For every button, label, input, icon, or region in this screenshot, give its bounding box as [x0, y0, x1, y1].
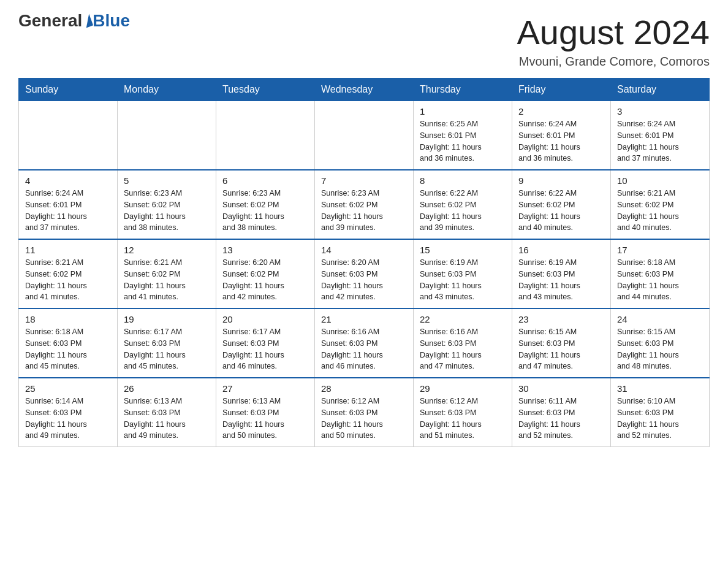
day-number: 14 [321, 245, 407, 255]
calendar-header-friday: Friday [512, 79, 611, 101]
calendar-week-2: 4Sunrise: 6:24 AMSunset: 6:01 PMDaylight… [19, 170, 710, 239]
day-number: 29 [420, 383, 506, 394]
calendar-cell: 30Sunrise: 6:11 AMSunset: 6:03 PMDayligh… [512, 378, 611, 447]
day-info: Sunrise: 6:23 AMSunset: 6:02 PMDaylight:… [222, 188, 308, 234]
day-info: Sunrise: 6:22 AMSunset: 6:02 PMDaylight:… [420, 188, 506, 234]
calendar-cell: 31Sunrise: 6:10 AMSunset: 6:03 PMDayligh… [611, 378, 710, 447]
day-number: 28 [321, 383, 407, 394]
calendar-header-saturday: Saturday [611, 79, 710, 101]
calendar-cell: 3Sunrise: 6:24 AMSunset: 6:01 PMDaylight… [611, 101, 710, 170]
day-number: 15 [420, 245, 506, 255]
day-info: Sunrise: 6:23 AMSunset: 6:02 PMDaylight:… [321, 188, 407, 234]
day-info: Sunrise: 6:20 AMSunset: 6:03 PMDaylight:… [321, 257, 407, 303]
calendar-cell: 21Sunrise: 6:16 AMSunset: 6:03 PMDayligh… [315, 308, 414, 378]
day-number: 1 [420, 106, 506, 117]
day-info: Sunrise: 6:19 AMSunset: 6:03 PMDaylight:… [518, 257, 604, 303]
day-number: 27 [222, 383, 308, 394]
day-info: Sunrise: 6:15 AMSunset: 6:03 PMDaylight:… [518, 326, 604, 372]
day-number: 2 [518, 106, 604, 117]
calendar-week-5: 25Sunrise: 6:14 AMSunset: 6:03 PMDayligh… [19, 378, 710, 447]
day-info: Sunrise: 6:16 AMSunset: 6:03 PMDaylight:… [420, 326, 506, 372]
calendar-cell: 29Sunrise: 6:12 AMSunset: 6:03 PMDayligh… [414, 378, 512, 447]
calendar-cell: 6Sunrise: 6:23 AMSunset: 6:02 PMDaylight… [216, 170, 315, 239]
day-number: 23 [518, 314, 604, 324]
day-info: Sunrise: 6:17 AMSunset: 6:03 PMDaylight:… [124, 326, 210, 372]
day-info: Sunrise: 6:10 AMSunset: 6:03 PMDaylight:… [617, 396, 703, 442]
calendar-cell: 14Sunrise: 6:20 AMSunset: 6:03 PMDayligh… [315, 239, 414, 308]
calendar-week-3: 11Sunrise: 6:21 AMSunset: 6:02 PMDayligh… [19, 239, 710, 308]
calendar-week-1: 1Sunrise: 6:25 AMSunset: 6:01 PMDaylight… [19, 101, 710, 170]
calendar-cell: 5Sunrise: 6:23 AMSunset: 6:02 PMDaylight… [118, 170, 216, 239]
calendar-cell: 20Sunrise: 6:17 AMSunset: 6:03 PMDayligh… [216, 308, 315, 378]
calendar-cell: 4Sunrise: 6:24 AMSunset: 6:01 PMDaylight… [19, 170, 118, 239]
day-info: Sunrise: 6:24 AMSunset: 6:01 PMDaylight:… [25, 188, 111, 234]
calendar-cell: 10Sunrise: 6:21 AMSunset: 6:02 PMDayligh… [611, 170, 710, 239]
day-number: 4 [25, 175, 111, 186]
calendar-cell: 19Sunrise: 6:17 AMSunset: 6:03 PMDayligh… [118, 308, 216, 378]
day-info: Sunrise: 6:25 AMSunset: 6:01 PMDaylight:… [420, 118, 506, 164]
logo: GeneralBlue [18, 12, 130, 29]
day-info: Sunrise: 6:22 AMSunset: 6:02 PMDaylight:… [518, 188, 604, 234]
calendar-cell [315, 101, 414, 170]
day-number: 18 [25, 314, 111, 324]
calendar-cell [118, 101, 216, 170]
day-number: 9 [518, 175, 604, 186]
day-number: 8 [420, 175, 506, 186]
day-info: Sunrise: 6:18 AMSunset: 6:03 PMDaylight:… [617, 257, 703, 303]
logo-general-text: General [18, 12, 82, 29]
day-number: 22 [420, 314, 506, 324]
day-info: Sunrise: 6:14 AMSunset: 6:03 PMDaylight:… [25, 396, 111, 442]
calendar-header-row: SundayMondayTuesdayWednesdayThursdayFrid… [19, 79, 710, 101]
calendar-cell [216, 101, 315, 170]
main-title: August 2024 [517, 12, 710, 52]
calendar-cell: 1Sunrise: 6:25 AMSunset: 6:01 PMDaylight… [414, 101, 512, 170]
day-info: Sunrise: 6:21 AMSunset: 6:02 PMDaylight:… [25, 257, 111, 303]
day-info: Sunrise: 6:23 AMSunset: 6:02 PMDaylight:… [124, 188, 210, 234]
calendar-cell: 25Sunrise: 6:14 AMSunset: 6:03 PMDayligh… [19, 378, 118, 447]
calendar-cell [19, 101, 118, 170]
day-number: 30 [518, 383, 604, 394]
header: GeneralBlue August 2024 Mvouni, Grande C… [18, 12, 710, 69]
calendar-body: 1Sunrise: 6:25 AMSunset: 6:01 PMDaylight… [19, 101, 710, 447]
day-number: 24 [617, 314, 703, 324]
day-number: 7 [321, 175, 407, 186]
day-number: 10 [617, 175, 703, 186]
logo-triangle-icon [82, 14, 93, 28]
day-info: Sunrise: 6:12 AMSunset: 6:03 PMDaylight:… [420, 396, 506, 442]
day-info: Sunrise: 6:24 AMSunset: 6:01 PMDaylight:… [617, 118, 703, 164]
calendar-header-monday: Monday [118, 79, 216, 101]
day-info: Sunrise: 6:24 AMSunset: 6:01 PMDaylight:… [518, 118, 604, 164]
calendar-cell: 18Sunrise: 6:18 AMSunset: 6:03 PMDayligh… [19, 308, 118, 378]
logo-blue-text: Blue [93, 12, 130, 29]
calendar-cell: 13Sunrise: 6:20 AMSunset: 6:02 PMDayligh… [216, 239, 315, 308]
calendar-cell: 16Sunrise: 6:19 AMSunset: 6:03 PMDayligh… [512, 239, 611, 308]
day-number: 11 [25, 245, 111, 255]
calendar-cell: 2Sunrise: 6:24 AMSunset: 6:01 PMDaylight… [512, 101, 611, 170]
calendar-week-4: 18Sunrise: 6:18 AMSunset: 6:03 PMDayligh… [19, 308, 710, 378]
day-info: Sunrise: 6:11 AMSunset: 6:03 PMDaylight:… [518, 396, 604, 442]
calendar-cell: 15Sunrise: 6:19 AMSunset: 6:03 PMDayligh… [414, 239, 512, 308]
day-info: Sunrise: 6:13 AMSunset: 6:03 PMDaylight:… [124, 396, 210, 442]
day-info: Sunrise: 6:19 AMSunset: 6:03 PMDaylight:… [420, 257, 506, 303]
calendar-cell: 22Sunrise: 6:16 AMSunset: 6:03 PMDayligh… [414, 308, 512, 378]
calendar-table: SundayMondayTuesdayWednesdayThursdayFrid… [18, 78, 710, 447]
calendar-cell: 12Sunrise: 6:21 AMSunset: 6:02 PMDayligh… [118, 239, 216, 308]
calendar-cell: 8Sunrise: 6:22 AMSunset: 6:02 PMDaylight… [414, 170, 512, 239]
day-info: Sunrise: 6:12 AMSunset: 6:03 PMDaylight:… [321, 396, 407, 442]
day-number: 19 [124, 314, 210, 324]
day-info: Sunrise: 6:15 AMSunset: 6:03 PMDaylight:… [617, 326, 703, 372]
day-info: Sunrise: 6:16 AMSunset: 6:03 PMDaylight:… [321, 326, 407, 372]
calendar-cell: 7Sunrise: 6:23 AMSunset: 6:02 PMDaylight… [315, 170, 414, 239]
day-number: 31 [617, 383, 703, 394]
calendar-cell: 24Sunrise: 6:15 AMSunset: 6:03 PMDayligh… [611, 308, 710, 378]
calendar-header-sunday: Sunday [19, 79, 118, 101]
day-number: 13 [222, 245, 308, 255]
day-number: 16 [518, 245, 604, 255]
day-info: Sunrise: 6:18 AMSunset: 6:03 PMDaylight:… [25, 326, 111, 372]
calendar-cell: 26Sunrise: 6:13 AMSunset: 6:03 PMDayligh… [118, 378, 216, 447]
calendar-cell: 17Sunrise: 6:18 AMSunset: 6:03 PMDayligh… [611, 239, 710, 308]
logo-general: GeneralBlue [18, 12, 130, 29]
day-info: Sunrise: 6:13 AMSunset: 6:03 PMDaylight:… [222, 396, 308, 442]
calendar-cell: 9Sunrise: 6:22 AMSunset: 6:02 PMDaylight… [512, 170, 611, 239]
day-number: 20 [222, 314, 308, 324]
